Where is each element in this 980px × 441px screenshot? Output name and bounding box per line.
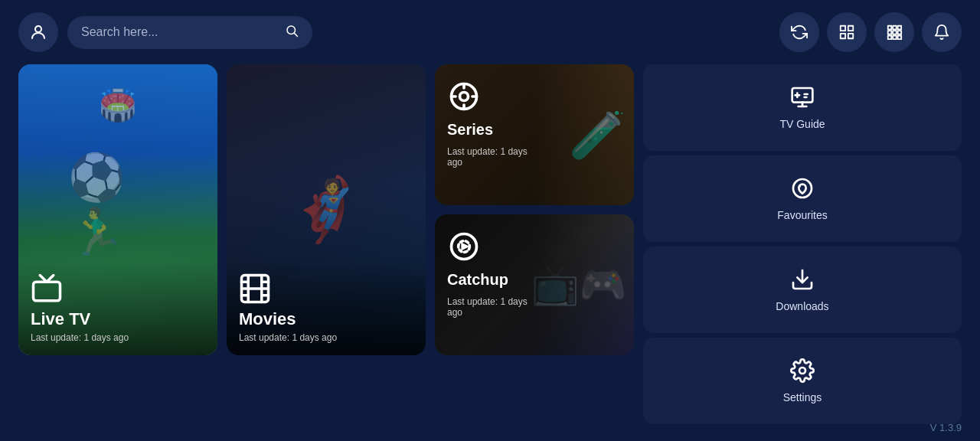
sidebar-item-downloads[interactable]: Downloads bbox=[643, 247, 962, 333]
search-bar bbox=[67, 16, 312, 49]
profile-button[interactable] bbox=[18, 12, 58, 52]
svg-rect-4 bbox=[848, 26, 853, 31]
svg-line-2 bbox=[294, 33, 297, 36]
downloads-icon bbox=[790, 267, 815, 296]
series-title: Series bbox=[447, 121, 542, 139]
svg-rect-5 bbox=[841, 34, 845, 38]
svg-rect-11 bbox=[893, 31, 897, 34]
downloads-label: Downloads bbox=[776, 300, 828, 312]
search-input[interactable] bbox=[81, 25, 277, 39]
layout-button[interactable] bbox=[827, 12, 867, 52]
svg-point-38 bbox=[799, 185, 801, 188]
settings-icon bbox=[790, 358, 815, 387]
movies-title: Movies bbox=[239, 309, 413, 329]
series-card[interactable]: 🧪 Series Last update: 1 days ago bbox=[435, 64, 634, 205]
svg-point-26 bbox=[460, 93, 469, 101]
tv-guide-icon bbox=[790, 85, 815, 113]
movies-card-content: Movies Last update: 1 days ago bbox=[227, 260, 426, 355]
search-icon bbox=[285, 24, 299, 41]
settings-label: Settings bbox=[783, 391, 822, 403]
favourites-label: Favourites bbox=[777, 209, 827, 221]
live-tv-title: Live TV bbox=[31, 309, 205, 329]
version-text: V 1.3.9 bbox=[930, 422, 962, 433]
svg-rect-7 bbox=[888, 26, 892, 30]
svg-rect-15 bbox=[898, 36, 902, 40]
catchup-icon bbox=[447, 230, 542, 266]
header-right bbox=[779, 12, 962, 52]
sidebar-item-favourites[interactable]: Favourites bbox=[643, 155, 962, 242]
svg-rect-10 bbox=[888, 31, 892, 34]
svg-rect-13 bbox=[888, 36, 892, 40]
live-tv-subtitle: Last update: 1 days ago bbox=[31, 332, 205, 343]
svg-rect-6 bbox=[848, 34, 853, 38]
catchup-title: Catchup bbox=[447, 271, 542, 289]
live-tv-icon bbox=[31, 273, 205, 305]
svg-point-37 bbox=[793, 179, 812, 198]
notification-button[interactable] bbox=[922, 12, 962, 52]
series-subtitle: Last update: 1 days ago bbox=[447, 146, 542, 168]
sidebar-item-tv-guide[interactable]: TV Guide bbox=[643, 64, 962, 151]
movies-icon bbox=[239, 273, 413, 305]
grid-button[interactable] bbox=[874, 12, 914, 52]
svg-rect-9 bbox=[898, 26, 902, 30]
favourites-icon bbox=[790, 176, 815, 204]
svg-rect-14 bbox=[893, 36, 897, 40]
live-tv-card[interactable]: 🏟️ Live TV Last update: 1 days ago bbox=[18, 64, 217, 355]
refresh-button[interactable] bbox=[779, 12, 819, 52]
header bbox=[0, 0, 980, 64]
series-icon bbox=[447, 80, 542, 116]
tv-guide-label: TV Guide bbox=[779, 118, 825, 130]
svg-point-40 bbox=[799, 368, 805, 374]
catchup-card[interactable]: 📺🎮 Catchup Last update: 1 days ago bbox=[435, 214, 634, 355]
svg-rect-8 bbox=[893, 26, 897, 30]
svg-rect-12 bbox=[898, 31, 902, 34]
movies-card[interactable]: 🦸 Movies Last update: 1 days ago bbox=[227, 64, 426, 355]
main-content: 🏟️ Live TV Last update: 1 days ago 🦸 bbox=[0, 64, 980, 436]
header-left bbox=[18, 12, 312, 52]
svg-point-0 bbox=[35, 26, 41, 32]
svg-rect-16 bbox=[34, 282, 60, 301]
middle-column: 🧪 Series Last update: 1 days ago 📺🎮 bbox=[435, 64, 634, 424]
catchup-subtitle: Last update: 1 days ago bbox=[447, 296, 542, 318]
movies-subtitle: Last update: 1 days ago bbox=[239, 332, 413, 343]
live-tv-card-content: Live TV Last update: 1 days ago bbox=[18, 260, 217, 355]
sidebar-item-settings[interactable]: Settings bbox=[643, 338, 962, 424]
sidebar: TV Guide Favourites Downlo bbox=[643, 64, 962, 424]
svg-rect-3 bbox=[841, 26, 845, 31]
